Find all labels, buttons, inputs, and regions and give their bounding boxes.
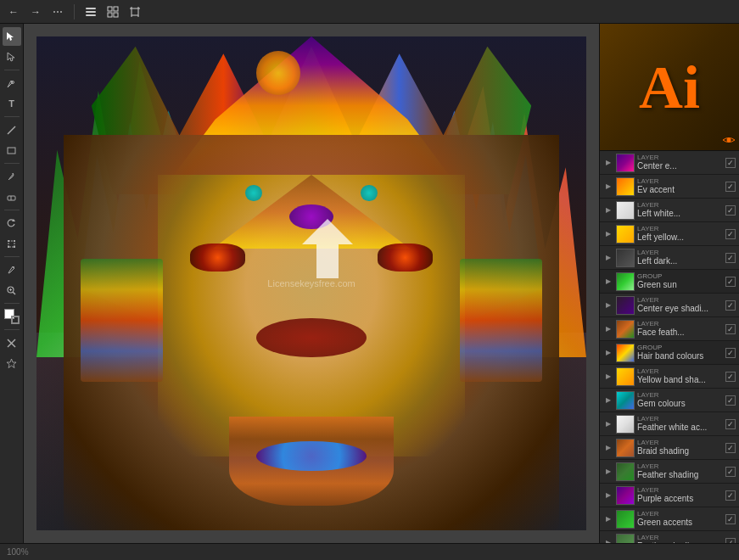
pen-tool[interactable] [3, 74, 21, 92]
layer-expand-icon[interactable]: ▶ [603, 324, 613, 334]
layer-expand-icon[interactable]: ▶ [603, 467, 613, 477]
layer-info: Layer Face feath... [637, 321, 724, 338]
layer-item[interactable]: ▶ Group Hair band colours [600, 341, 739, 365]
layer-item[interactable]: ▶ Layer Yellow band sha... [600, 365, 739, 389]
layer-visibility[interactable] [725, 229, 736, 239]
cross-tool[interactable] [3, 333, 21, 352]
layer-thumbnail [616, 201, 635, 220]
layer-item[interactable]: ▶ Layer Braid shading [600, 436, 739, 460]
layer-type: Layer [637, 487, 724, 494]
layer-item[interactable]: ▶ Layer Gem colours [600, 389, 739, 412]
layer-visibility[interactable] [725, 324, 736, 334]
layer-item[interactable]: ▶ Layer Green accents [600, 507, 739, 531]
layer-visibility[interactable] [725, 538, 736, 544]
layers-button[interactable] [82, 3, 99, 20]
eye-icon[interactable] [722, 133, 736, 147]
layer-type: Layer [637, 440, 724, 446]
layer-thumbnail [616, 296, 635, 315]
layer-item[interactable]: ▶ Layer Left yellow... [600, 222, 739, 246]
layer-expand-icon[interactable]: ▶ [603, 253, 613, 263]
eyedropper-tool[interactable] [3, 260, 21, 279]
layer-visibility[interactable] [725, 467, 736, 477]
back-button[interactable]: ← [5, 3, 22, 20]
layer-item[interactable]: ▶ Layer Left white... [600, 199, 739, 222]
layer-visibility[interactable] [725, 443, 736, 453]
layer-expand-icon[interactable]: ▶ [603, 348, 613, 358]
layer-visibility[interactable] [725, 419, 736, 429]
layer-name: Gem colours [637, 399, 724, 409]
artboard-button[interactable] [126, 3, 143, 20]
layer-visibility[interactable] [725, 277, 736, 287]
layer-visibility[interactable] [725, 372, 736, 382]
layer-item[interactable]: ▶ Layer Left dark... [600, 246, 739, 270]
layer-expand-icon[interactable]: ▶ [603, 514, 613, 524]
svg-rect-25 [8, 246, 9, 248]
svg-rect-18 [8, 148, 15, 154]
grid-button[interactable] [104, 3, 121, 20]
layer-visibility[interactable] [725, 395, 736, 406]
direct-select-tool[interactable] [3, 48, 21, 66]
layer-expand-icon[interactable]: ▶ [603, 300, 613, 311]
layer-item[interactable]: ▶ Layer Feather white ac... [600, 412, 739, 436]
tool-separator-4 [4, 210, 20, 210]
separator [74, 4, 75, 20]
layer-item[interactable]: ▶ Layer Center e... [600, 151, 739, 175]
layer-item[interactable]: ▶ Layer Face feath... [600, 317, 739, 341]
layer-item[interactable]: ▶ Layer Center eye shadi... [600, 294, 739, 317]
top-toolbar: ← → ⋯ [0, 0, 739, 24]
layers-panel[interactable]: ▶ Layer Center e... ▶ Layer Ev accent [600, 151, 739, 543]
svg-rect-3 [108, 7, 112, 11]
svg-marker-14 [7, 32, 14, 41]
line-tool[interactable] [3, 120, 21, 139]
type-tool[interactable]: T [3, 94, 21, 113]
layer-visibility[interactable] [725, 253, 736, 263]
rotate-tool[interactable] [3, 214, 21, 232]
layer-visibility[interactable] [725, 182, 736, 192]
select-tool[interactable] [3, 27, 21, 46]
layer-item[interactable]: ▶ Layer Feather shading [600, 460, 739, 484]
layer-thumbnail [616, 534, 635, 544]
layer-expand-icon[interactable]: ▶ [603, 538, 613, 544]
layer-expand-icon[interactable]: ▶ [603, 229, 613, 239]
svg-rect-2 [86, 14, 96, 16]
layer-item[interactable]: ▶ Layer Purple accents [600, 484, 739, 507]
more-button[interactable]: ⋯ [49, 3, 66, 20]
layer-expand-icon[interactable]: ▶ [603, 443, 613, 453]
layer-item[interactable]: ▶ Layer Feather shading [600, 531, 739, 543]
eraser-tool[interactable] [3, 188, 21, 206]
layer-name: Center eye shadi... [637, 304, 724, 314]
layer-visibility[interactable] [725, 158, 736, 168]
fill-stroke-tool[interactable] [3, 307, 21, 326]
layer-thumbnail [616, 391, 635, 410]
layer-visibility[interactable] [725, 205, 736, 216]
layer-info: Layer Green accents [637, 511, 724, 528]
layer-expand-icon[interactable]: ▶ [603, 372, 613, 382]
zoom-tool[interactable] [3, 281, 21, 300]
svg-point-36 [727, 138, 731, 143]
rectangle-tool[interactable] [3, 141, 21, 160]
layer-info: Layer Left yellow... [637, 226, 724, 243]
layer-expand-icon[interactable]: ▶ [603, 158, 613, 168]
svg-marker-35 [302, 219, 353, 278]
canvas-area[interactable]: Licensekeysfree.com [24, 24, 599, 543]
layer-thumbnail [616, 486, 635, 505]
layer-thumbnail [616, 344, 635, 362]
layer-expand-icon[interactable]: ▶ [603, 182, 613, 192]
forward-button[interactable]: → [27, 3, 44, 20]
layer-expand-icon[interactable]: ▶ [603, 490, 613, 501]
layer-item[interactable]: ▶ Group Green sun [600, 270, 739, 294]
layer-expand-icon[interactable]: ▶ [603, 277, 613, 287]
layer-expand-icon[interactable]: ▶ [603, 419, 613, 429]
layer-expand-icon[interactable]: ▶ [603, 205, 613, 216]
layer-visibility[interactable] [725, 490, 736, 501]
layer-visibility[interactable] [725, 514, 736, 524]
star-tool[interactable] [3, 354, 21, 372]
free-transform-tool[interactable] [3, 234, 21, 253]
layer-item[interactable]: ▶ Layer Ev accent [600, 175, 739, 199]
layer-type: Layer [637, 416, 724, 423]
paintbrush-tool[interactable] [3, 167, 21, 186]
layer-expand-icon[interactable]: ▶ [603, 395, 613, 406]
svg-rect-22 [8, 241, 14, 247]
layer-visibility[interactable] [725, 348, 736, 358]
layer-visibility[interactable] [725, 300, 736, 311]
